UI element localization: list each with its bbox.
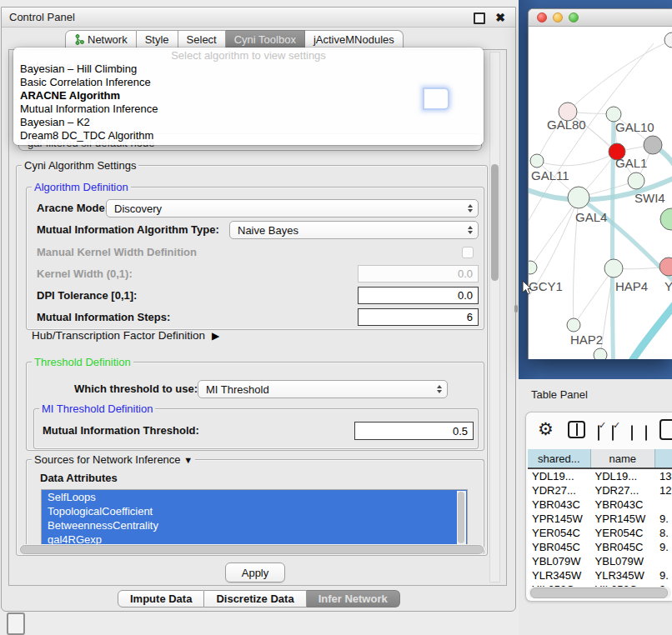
mi-steps-field[interactable]: 6 (358, 308, 479, 326)
scrollbar-thumb[interactable] (20, 545, 484, 554)
which-threshold-combobox[interactable]: MI Threshold (198, 380, 448, 398)
manual-kernel-width-checkbox[interactable] (462, 247, 474, 258)
apply-button[interactable]: Apply (225, 562, 285, 582)
checked-box-icon[interactable]: ✓ (612, 425, 614, 441)
stepper-arrows-icon (437, 385, 442, 393)
table-horizontal-scrollbar[interactable] (529, 587, 671, 598)
column-header-shared-name[interactable]: shared... (528, 449, 591, 468)
tab-style[interactable]: Style (137, 30, 178, 48)
gear-icon[interactable]: ⚙ (538, 420, 554, 438)
mi-threshold-definition-group: MI Threshold Definition Mutual Informati… (33, 408, 479, 449)
tab-network[interactable]: Network (65, 30, 137, 48)
scrollbar-thumb[interactable] (530, 588, 668, 598)
mi-algorithm-type-combobox[interactable]: Naive Bayes (229, 221, 479, 239)
node[interactable] (664, 32, 672, 48)
scrollbar-thumb[interactable] (458, 492, 464, 543)
network-canvas[interactable]: GAL80 GAL10 GAL1 SWI4 GAL11 GAL4 GCY1 HA… (529, 27, 672, 359)
table-row[interactable]: YLR345WYLR345W9. (528, 568, 672, 582)
table-row[interactable]: YER054CYER054C8. (528, 526, 672, 540)
close-icon[interactable]: ✖ (495, 9, 505, 26)
tab-discretize-data[interactable]: Discretize Data (204, 590, 306, 608)
split-pane-divider-handle[interactable] (514, 305, 518, 312)
hub-transcription-section-toggle[interactable]: Hub/Transcription Factor Definition▶ (32, 329, 219, 342)
list-vertical-scrollbar[interactable] (457, 491, 466, 546)
tab-cyni-toolbox[interactable]: Cyni Toolbox (226, 30, 305, 48)
table-row[interactable]: YDL19...YDL19...13 (528, 469, 672, 483)
settings-horizontal-scrollbar[interactable] (19, 544, 484, 553)
table-body: YDL19...YDL19...13 YDR27...YDR27...12 YB… (528, 469, 672, 597)
cell: YER054C (528, 526, 591, 540)
node[interactable] (644, 136, 662, 154)
algorithm-combobox-focus-ring (423, 88, 449, 110)
dropdown-hint: Select algorithm to view settings (13, 49, 484, 62)
node-gal4[interactable] (568, 187, 589, 208)
which-threshold-value: MI Threshold (206, 383, 269, 396)
dpi-tolerance-value: 0.0 (458, 289, 473, 302)
dropdown-item[interactable]: Bayesian – K2 (13, 116, 484, 129)
tab-discretize-data-label: Discretize Data (216, 592, 293, 605)
threshold-definition-group: Threshold Definition Which threshold to … (26, 362, 484, 451)
tab-impute-data[interactable]: Impute Data (118, 590, 204, 608)
node-table-widget: ⚙ ✓ ✓ shared... name YDL19...YDL19...13 … (525, 412, 672, 602)
cell: YBR045C (528, 540, 591, 554)
mi-threshold-value: 0.5 (453, 425, 468, 438)
node-hap2[interactable] (567, 318, 580, 332)
dropdown-item[interactable]: Bayesian – Hill Climbing (13, 62, 484, 76)
scrollbar-thumb[interactable] (491, 164, 499, 281)
tab-select[interactable]: Select (178, 30, 226, 48)
cell: 12 (655, 483, 672, 498)
mi-threshold-group-title: MI Threshold Definition (39, 402, 155, 415)
collapsed-arrow-icon[interactable]: ▶ (212, 330, 219, 342)
table-row[interactable]: YBR045CYBR045C9. (528, 540, 672, 554)
node-hap4[interactable] (604, 259, 623, 278)
document-icon[interactable] (659, 419, 672, 440)
attribute-item-selected[interactable]: TopologicalCoefficient (42, 504, 467, 518)
float-window-icon[interactable] (474, 12, 485, 24)
columns-icon[interactable] (568, 421, 585, 438)
dropdown-item[interactable]: Mutual Information Inference (13, 102, 484, 116)
node-gal11[interactable] (530, 154, 544, 168)
table-row[interactable]: YBL079WYBL079W (528, 554, 672, 568)
column-header-name[interactable]: name (591, 449, 656, 468)
aracne-mode-label: Aracne Mode: (37, 202, 108, 214)
node-swi4[interactable] (628, 172, 644, 189)
sources-title: Sources for Network Inference ▼ (32, 453, 195, 466)
dpi-tolerance-field[interactable]: 0.0 (358, 287, 479, 304)
expanded-arrow-icon[interactable]: ▼ (183, 455, 193, 465)
table-row[interactable]: YDR27...YDR27...12 (528, 483, 672, 498)
data-attributes-list[interactable]: SelfLoops TopologicalCoefficient Between… (41, 489, 468, 548)
mi-threshold-field[interactable]: 0.5 (354, 422, 474, 440)
zoom-traffic-light-icon[interactable] (569, 12, 579, 22)
sources-title-text: Sources for Network Inference (34, 453, 181, 466)
node-gcy1[interactable] (529, 261, 537, 274)
settings-vertical-scrollbar[interactable] (489, 52, 500, 582)
dropdown-item[interactable]: Dream8 DC_TDC Algorithm (13, 129, 484, 142)
tab-jactivemnodules[interactable]: jActiveMNodules (305, 30, 404, 48)
node[interactable] (659, 258, 672, 276)
attribute-item-selected[interactable]: SelfLoops (42, 490, 467, 504)
cell: YDL19... (591, 469, 656, 483)
column-header-partial[interactable] (655, 449, 672, 468)
tab-infer-network[interactable]: Infer Network (307, 590, 400, 608)
tab-infer-network-label: Infer Network (318, 592, 388, 605)
table-row[interactable]: YPR145WYPR145W9. (528, 512, 672, 526)
dropdown-item-selected[interactable]: ARACNE Algorithm (13, 89, 484, 102)
attribute-item-selected[interactable]: BetweennessCentrality (42, 518, 467, 532)
docked-panel-icon[interactable] (7, 612, 25, 635)
cell: 9. (655, 540, 672, 554)
mi-algorithm-type-value: Naive Bayes (238, 224, 298, 237)
unchecked-box-icon[interactable] (631, 425, 633, 441)
kernel-width-field[interactable]: 0.0 (358, 265, 479, 282)
checked-box-icon[interactable]: ✓ (598, 425, 599, 441)
unchecked-box-icon[interactable] (645, 425, 647, 441)
minimize-traffic-light-icon[interactable] (553, 12, 563, 22)
dropdown-item[interactable]: Basic Correlation Inference (13, 76, 484, 89)
aracne-mode-combobox[interactable]: Discovery (106, 199, 479, 218)
cell: YDR27... (528, 483, 591, 498)
close-traffic-light-icon[interactable] (537, 12, 547, 22)
table-row[interactable]: YBR043CYBR043C (528, 498, 672, 512)
node[interactable] (660, 208, 672, 230)
network-icon (74, 34, 84, 45)
network-window-titlebar (529, 9, 672, 27)
node[interactable] (594, 348, 607, 359)
